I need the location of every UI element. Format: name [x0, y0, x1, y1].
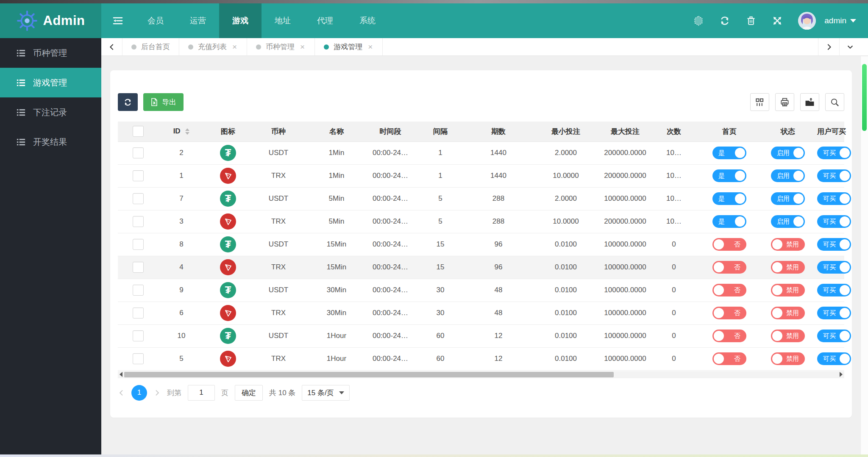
- page-tab[interactable]: 游戏管理 ×: [314, 38, 383, 55]
- page-tab[interactable]: 后台首页 ×: [122, 38, 179, 55]
- refresh-button[interactable]: [118, 93, 138, 111]
- status-toggle[interactable]: 启用: [771, 147, 805, 159]
- home-toggle[interactable]: 否: [712, 261, 746, 274]
- vertical-scroll-thumb[interactable]: [862, 64, 867, 131]
- home-toggle[interactable]: 否: [712, 238, 746, 251]
- table-header-cell[interactable]: 最大投注: [603, 122, 648, 141]
- row-checkbox[interactable]: [133, 216, 144, 227]
- buyable-toggle[interactable]: 可买: [817, 147, 851, 159]
- buyable-toggle[interactable]: 可买: [817, 352, 851, 365]
- nav-menu-item[interactable]: 代理: [304, 3, 346, 38]
- current-page-button[interactable]: 1: [131, 385, 147, 401]
- scroll-left-arrow-icon[interactable]: [120, 372, 122, 377]
- buyable-toggle[interactable]: 可买: [817, 284, 851, 296]
- tab-close-icon[interactable]: ×: [231, 42, 238, 52]
- table-header-cell[interactable]: 状态: [759, 122, 817, 141]
- goto-page-input[interactable]: [188, 385, 215, 401]
- status-toggle[interactable]: 禁用: [771, 284, 805, 296]
- buyable-toggle[interactable]: 可买: [817, 192, 851, 205]
- prev-page-button[interactable]: [118, 389, 125, 396]
- buyable-toggle[interactable]: 可买: [817, 307, 851, 319]
- status-toggle[interactable]: 启用: [771, 192, 805, 205]
- table-header-cell[interactable]: 最小投注: [529, 122, 603, 141]
- next-page-button[interactable]: [153, 389, 161, 396]
- buyable-toggle[interactable]: 可买: [817, 261, 851, 274]
- status-toggle[interactable]: 启用: [771, 169, 805, 182]
- buyable-toggle[interactable]: 可买: [817, 169, 851, 182]
- table-header-cell[interactable]: 期数: [468, 122, 529, 141]
- row-checkbox[interactable]: [133, 330, 144, 341]
- table-header-cell[interactable]: 用户可买: [817, 122, 844, 141]
- sidebar-item[interactable]: 开奖结果: [0, 127, 101, 157]
- search-icon[interactable]: [825, 93, 844, 111]
- table-header-cell[interactable]: 时间段: [368, 122, 413, 141]
- table-header-cell[interactable]: 币种: [252, 122, 305, 141]
- status-toggle[interactable]: 禁用: [771, 238, 805, 251]
- table-header-cell[interactable]: 首页: [700, 122, 759, 141]
- tabs-menu-button[interactable]: [839, 38, 860, 55]
- nav-menu-item[interactable]: 地址: [262, 3, 304, 38]
- tabs-scroll-right-button[interactable]: [818, 38, 839, 55]
- tab-close-icon[interactable]: ×: [367, 42, 373, 52]
- table-header-cell[interactable]: ID: [159, 122, 204, 141]
- export-data-button[interactable]: [800, 93, 819, 111]
- hexagon-icon[interactable]: [693, 15, 704, 26]
- sidebar-item[interactable]: 游戏管理: [0, 68, 101, 97]
- table-header-cell[interactable]: [118, 122, 159, 141]
- home-toggle[interactable]: 否: [712, 330, 746, 342]
- row-checkbox[interactable]: [133, 193, 144, 204]
- refresh-icon[interactable]: [719, 15, 730, 26]
- select-all-checkbox[interactable]: [133, 126, 144, 137]
- page-tab[interactable]: 充值列表 ×: [179, 38, 247, 55]
- sidebar-item[interactable]: 币种管理: [0, 38, 101, 68]
- status-toggle[interactable]: 禁用: [771, 307, 805, 319]
- nav-menu-item[interactable]: 游戏: [219, 3, 262, 38]
- status-toggle[interactable]: 禁用: [771, 261, 805, 274]
- table-header-cell[interactable]: 间隔: [413, 122, 468, 141]
- print-button[interactable]: [775, 93, 794, 111]
- page-tab[interactable]: 币种管理 ×: [247, 38, 315, 55]
- row-checkbox[interactable]: [133, 147, 144, 158]
- buyable-toggle[interactable]: 可买: [817, 330, 851, 342]
- user-dropdown[interactable]: admin: [824, 16, 856, 25]
- columns-filter-button[interactable]: [750, 93, 769, 111]
- nav-menu-item[interactable]: 系统: [346, 3, 389, 38]
- home-toggle[interactable]: 否: [712, 307, 746, 319]
- page-size-select[interactable]: 15 条/页: [302, 385, 349, 401]
- table-header-cell[interactable]: 图标: [204, 122, 252, 141]
- row-checkbox[interactable]: [133, 307, 144, 319]
- tab-close-icon[interactable]: ×: [299, 42, 306, 52]
- row-checkbox[interactable]: [133, 285, 144, 296]
- status-toggle[interactable]: 禁用: [771, 352, 805, 365]
- status-toggle[interactable]: 禁用: [771, 330, 805, 342]
- table-header-cell[interactable]: 次数: [648, 122, 700, 141]
- horizontal-scrollbar[interactable]: [118, 371, 844, 378]
- buyable-toggle[interactable]: 可买: [817, 238, 851, 251]
- sidebar-item[interactable]: 下注记录: [0, 97, 101, 127]
- trash-icon[interactable]: [746, 15, 757, 26]
- buyable-toggle[interactable]: 可买: [817, 215, 851, 228]
- sidebar-collapse-icon[interactable]: [101, 3, 134, 38]
- home-toggle[interactable]: 是: [712, 215, 746, 228]
- home-toggle[interactable]: 是: [712, 169, 746, 182]
- home-toggle[interactable]: 是: [712, 147, 746, 159]
- sort-icon[interactable]: [185, 128, 189, 135]
- nav-menu-item[interactable]: 运营: [177, 3, 219, 38]
- row-checkbox[interactable]: [133, 262, 144, 273]
- vertical-scrollbar-track[interactable]: [860, 56, 868, 457]
- home-toggle[interactable]: 否: [712, 284, 746, 296]
- home-toggle[interactable]: 否: [712, 352, 746, 365]
- row-checkbox[interactable]: [133, 170, 144, 181]
- table-header-cell[interactable]: 名称: [305, 122, 368, 141]
- confirm-button[interactable]: 确定: [235, 385, 263, 401]
- horizontal-scroll-thumb[interactable]: [124, 372, 614, 377]
- export-button[interactable]: 导出: [143, 93, 184, 111]
- tabs-scroll-left-button[interactable]: [101, 38, 122, 55]
- row-checkbox[interactable]: [133, 353, 144, 364]
- row-checkbox[interactable]: [133, 239, 144, 250]
- avatar[interactable]: [798, 12, 816, 30]
- home-toggle[interactable]: 是: [712, 192, 746, 205]
- nav-menu-item[interactable]: 会员: [134, 3, 177, 38]
- status-toggle[interactable]: 启用: [771, 215, 805, 228]
- scroll-right-arrow-icon[interactable]: [840, 372, 843, 377]
